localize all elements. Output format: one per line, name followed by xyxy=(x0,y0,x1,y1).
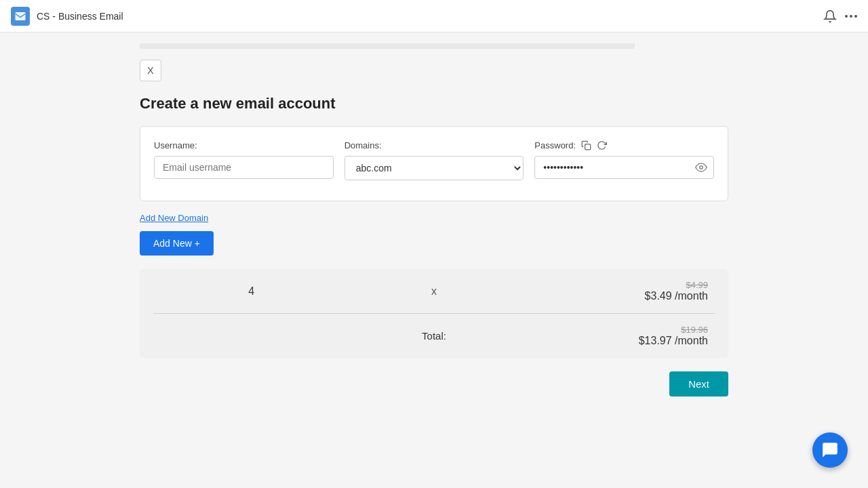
eye-icon[interactable] xyxy=(695,161,707,174)
more-button[interactable] xyxy=(845,15,857,18)
svg-rect-0 xyxy=(16,12,26,20)
svg-rect-1 xyxy=(585,144,591,150)
next-button-row: Next xyxy=(129,371,739,396)
add-domain-link[interactable]: Add New Domain xyxy=(140,213,208,223)
pricing-table: 4 x $4.99 $3.49 /month Total: $19.96 $13… xyxy=(140,269,728,358)
password-label-row: Password: xyxy=(534,140,714,150)
total-current-price: $13.97 /month xyxy=(639,335,708,346)
pricing-row-item: 4 x $4.99 $3.49 /month xyxy=(140,269,728,313)
password-input[interactable] xyxy=(534,156,714,179)
current-price: $3.49 /month xyxy=(645,290,708,302)
password-wrapper xyxy=(534,156,714,179)
domains-label: Domains: xyxy=(344,140,524,150)
scroll-indicator xyxy=(140,43,635,49)
form-row: Username: Domains: abc.com xyz.com examp… xyxy=(154,140,714,180)
copy-password-button[interactable] xyxy=(581,140,591,150)
original-price: $4.99 xyxy=(526,280,708,290)
username-label: Username: xyxy=(154,140,334,150)
content-area: X Create a new email account Username: D… xyxy=(129,33,739,421)
svg-point-2 xyxy=(700,166,703,169)
total-label: Total: xyxy=(342,330,525,342)
username-input[interactable] xyxy=(154,156,334,179)
domain-group: Domains: abc.com xyz.com example.com xyxy=(344,140,524,180)
pricing-amount: $4.99 $3.49 /month xyxy=(526,280,708,302)
close-button[interactable]: X xyxy=(140,60,161,81)
password-group: Password: xyxy=(534,140,714,179)
pricing-row-total: Total: $19.96 $13.97 /month xyxy=(140,314,728,358)
form-card: Username: Domains: abc.com xyz.com examp… xyxy=(140,126,728,201)
next-button[interactable]: Next xyxy=(669,371,728,396)
app-icon xyxy=(11,7,30,26)
topbar-title: CS - Business Email xyxy=(37,11,123,22)
topbar-left: CS - Business Email xyxy=(11,7,123,26)
add-new-button[interactable]: Add New + xyxy=(140,231,214,256)
refresh-password-button[interactable] xyxy=(597,140,607,150)
pricing-multiply: x xyxy=(342,285,525,298)
page-heading: Create a new email account xyxy=(140,95,739,113)
total-original-price: $19.96 xyxy=(526,325,708,335)
bell-button[interactable] xyxy=(823,9,837,23)
pricing-quantity: 4 xyxy=(160,285,342,298)
more-dots-icon xyxy=(845,15,857,18)
domain-select[interactable]: abc.com xyz.com example.com xyxy=(344,156,524,180)
topbar-actions xyxy=(823,9,857,23)
password-label: Password: xyxy=(534,140,576,150)
topbar: CS - Business Email xyxy=(0,0,868,33)
topbar-right xyxy=(823,9,857,23)
username-group: Username: xyxy=(154,140,334,179)
total-amount: $19.96 $13.97 /month xyxy=(526,325,708,347)
